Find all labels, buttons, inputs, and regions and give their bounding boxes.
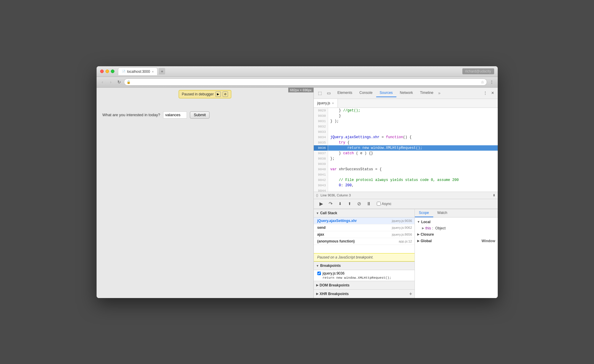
bottom-panel: ▼ Call Stack jQuery.ajaxSettings.xhr jqu…: [314, 209, 498, 298]
source-file-tab-jquery[interactable]: jquery.js ×: [314, 99, 338, 108]
tab-console[interactable]: Console: [356, 89, 376, 97]
call-stack-header[interactable]: ▼ Call Stack: [314, 209, 415, 218]
navigation-toolbar: ‹ › ↻ 🔒 localhost:3000 ☆ ⋮: [97, 77, 498, 88]
breakpoint-file: jquery.js:9036: [317, 271, 412, 275]
minimize-button[interactable]: [105, 70, 109, 73]
reload-button[interactable]: ↻: [116, 78, 123, 86]
form-label: What are you interested in today?: [103, 113, 160, 117]
call-stack-items: jQuery.ajaxSettings.xhr jquery.js:9036 s…: [314, 218, 415, 253]
code-text: 0: 200,: [328, 183, 356, 188]
add-xhr-breakpoint-button[interactable]: +: [409, 291, 412, 297]
step-over-button[interactable]: ⊘: [223, 92, 228, 97]
xhr-arrow: ▶: [316, 292, 319, 295]
code-line-9041: 9041: [314, 172, 498, 177]
tab-bar: 📄 localhost:3000 × +: [118, 67, 462, 75]
async-checkbox[interactable]: [377, 202, 381, 206]
devtools-more-tabs[interactable]: »: [437, 91, 442, 95]
dimensions-badge: 682px × 696px: [288, 88, 313, 92]
code-text: var xhrSuccessStatus = {: [328, 167, 384, 172]
scope-local-label: Local: [421, 220, 430, 224]
browser-tab[interactable]: 📄 localhost:3000 ×: [118, 67, 158, 75]
paused-text: Paused in debugger: [182, 92, 214, 96]
tab-network[interactable]: Network: [396, 89, 417, 97]
tab-elements[interactable]: Elements: [334, 89, 356, 97]
debugger-step-over-button[interactable]: ↷: [327, 200, 335, 208]
code-text: } catch ( e ) {}: [328, 151, 376, 156]
line-number: 9031: [314, 119, 328, 124]
call-stack-item-4[interactable]: (anonymous function) app.js:12: [314, 238, 415, 245]
call-stack-item-1[interactable]: jQuery.ajaxSettings.xhr jquery.js:9036: [314, 218, 415, 224]
page-area: 682px × 696px Paused in debugger ▶ ⊘ Wha…: [97, 88, 313, 298]
line-number: 9035: [314, 140, 328, 145]
debugger-step-into-button[interactable]: ⬇: [336, 200, 344, 208]
devtools-close-button[interactable]: ×: [490, 90, 495, 96]
line-number: 9032: [314, 124, 328, 129]
call-stack-item-2[interactable]: send jquery.js:9062: [314, 224, 415, 231]
tab-sources[interactable]: Sources: [376, 89, 396, 97]
back-button[interactable]: ‹: [99, 78, 106, 86]
code-line-9034: 9034 jQuery.ajaxSettings.xhr = function(…: [314, 135, 498, 140]
watch-tab[interactable]: Watch: [433, 209, 452, 217]
scope-closure-header[interactable]: ▶ Closure: [415, 231, 498, 238]
code-editor[interactable]: 9029 } //get(); 9030 } 9031 } ); 9032: [314, 108, 498, 192]
scope-watch-tabs: Scope Watch: [415, 209, 498, 218]
new-tab-button[interactable]: +: [159, 68, 165, 75]
close-button[interactable]: [100, 70, 104, 73]
dom-breakpoints-title: DOM Breakpoints: [320, 283, 350, 287]
async-label: Async: [382, 202, 392, 206]
debugger-resume-button[interactable]: ▶: [317, 200, 325, 208]
scope-local-header[interactable]: ▼ Local: [415, 219, 498, 225]
code-line-9044: 9044: [314, 188, 498, 192]
breakpoints-header[interactable]: ▼ Breakpoints: [314, 262, 415, 270]
user-badge: richard@udacity: [462, 68, 494, 74]
device-mode-button[interactable]: ▭: [325, 89, 333, 97]
call-stack-item-3[interactable]: ajax jquery.js:8656: [314, 231, 415, 238]
debugger-pause-button[interactable]: ⏸: [365, 200, 373, 208]
line-number: 9039: [314, 161, 328, 167]
devtools-settings-button[interactable]: ⋮: [482, 89, 489, 97]
scope-global-header[interactable]: ▶ Global Window: [415, 238, 498, 244]
source-file-close[interactable]: ×: [332, 101, 334, 105]
code-line-9038: 9038 };: [314, 156, 498, 161]
maximize-button[interactable]: [111, 70, 114, 73]
xhr-breakpoints-header[interactable]: ▶ XHR Breakpoints +: [314, 290, 415, 298]
code-text: };: [328, 156, 337, 161]
scope-tab[interactable]: Scope: [415, 209, 433, 217]
status-scroll-icon: ⬇: [493, 193, 495, 197]
line-number: 9037: [314, 151, 328, 156]
debugger-deactivate-button[interactable]: ⊘: [355, 200, 363, 208]
breakpoints-arrow: ▼: [316, 264, 319, 267]
code-text: [328, 161, 333, 167]
line-number: 9043: [314, 183, 328, 188]
status-brackets: {}: [316, 193, 318, 197]
address-bar[interactable]: 🔒 localhost:3000 ☆: [124, 78, 487, 86]
code-text: // File protocol always yields status co…: [328, 177, 461, 183]
forward-button[interactable]: ›: [107, 78, 114, 86]
dom-breakpoints-header[interactable]: ▶ DOM Breakpoints: [314, 281, 415, 289]
call-stack-location: jquery.js:9062: [392, 226, 412, 229]
debugger-controls: ▶ ↷ ⬇ ⬆ ⊘ ⏸ Async: [314, 199, 498, 209]
interest-input[interactable]: [163, 111, 187, 119]
code-line-9030: 9030 }: [314, 113, 498, 119]
scope-item-this[interactable]: ▶ this : Object: [415, 225, 498, 231]
paused-breakpoint-message: Paused on a JavaScript breakpoint.: [314, 253, 415, 261]
bookmark-icon[interactable]: ☆: [481, 80, 484, 84]
resume-button[interactable]: ▶: [215, 92, 221, 97]
line-number: 9030: [314, 113, 328, 119]
paused-message-text: Paused on a JavaScript breakpoint.: [317, 255, 374, 259]
url-input[interactable]: localhost:3000: [132, 80, 480, 84]
submit-button[interactable]: Submit: [190, 111, 209, 119]
extensions-button[interactable]: ⋮: [488, 78, 495, 86]
call-stack-panel: ▼ Call Stack jQuery.ajaxSettings.xhr jqu…: [314, 209, 415, 298]
tab-timeline[interactable]: Timeline: [417, 89, 437, 97]
line-number: 9029: [314, 108, 328, 113]
debugger-step-out-button[interactable]: ⬆: [346, 200, 354, 208]
closure-arrow: ▶: [417, 233, 420, 236]
source-file-name: jquery.js: [317, 101, 330, 105]
code-line-9029: 9029 } //get();: [314, 108, 498, 113]
breakpoint-checkbox[interactable]: [317, 272, 321, 275]
inspect-element-button[interactable]: ⬚: [316, 89, 324, 97]
scope-expand-icon[interactable]: ▶: [422, 226, 424, 230]
tab-close-button[interactable]: ×: [152, 70, 154, 73]
code-text: jQuery.ajaxSettings.xhr = function() {: [328, 135, 414, 140]
